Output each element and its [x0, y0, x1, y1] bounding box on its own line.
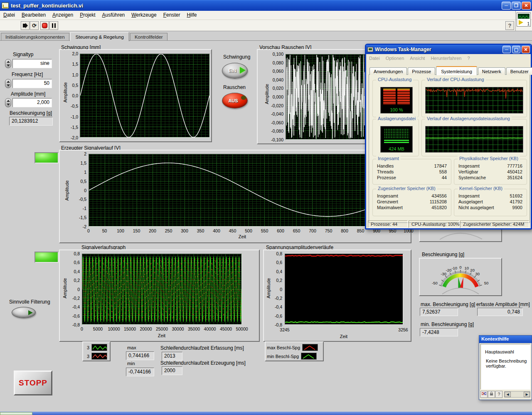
rauschen-switch[interactable]: AUS — [222, 93, 248, 109]
amplitude-stepper[interactable] — [5, 98, 11, 107]
pagefile-meter-bars — [384, 140, 409, 143]
menubar-item-6[interactable]: Fenster — [160, 11, 184, 20]
commit-memory-group: Zugesicherter Speicher (KB) Insgesamt434… — [372, 189, 451, 216]
wire-help-icon[interactable] — [480, 391, 488, 398]
menubar-item-5[interactable]: Werkzeuge — [128, 11, 160, 20]
pause-icon — [52, 23, 56, 28]
menubar-item-1[interactable]: Bearbeiten — [18, 11, 49, 20]
tm-statusbar-item-1: CPU-Auslastung: 100% — [409, 220, 459, 228]
y-tick-label: 0,6 — [74, 260, 80, 265]
tm-tabs-item-3[interactable]: Netzwerk — [478, 67, 505, 75]
abort-button[interactable] — [40, 21, 49, 30]
menubar-item-3[interactable]: Projekt — [76, 11, 99, 20]
tm-menubar-item-2[interactable]: Ansicht — [407, 55, 428, 62]
stat-row: Insgesamt51692 — [454, 193, 527, 199]
gauge-title: Beschleunigung [g] — [422, 252, 464, 257]
green-wave-icon[interactable] — [91, 344, 107, 351]
max-beschleunigung-label: max. Beschleunigung [g] — [421, 301, 475, 307]
tm-close-button[interactable]: ✕ — [522, 46, 530, 53]
y-tick-label: -0,4 — [275, 304, 282, 309]
y-tick-label: -1 — [83, 206, 86, 211]
red-wave-icon[interactable] — [91, 353, 107, 360]
y-axis-ticks: 0,80,60,40,20-0,2-0,4-0,6-0,8 — [268, 254, 283, 325]
tm-tabs-item-0[interactable]: Anwendungen — [369, 67, 407, 75]
x-tick-label: 300 — [181, 228, 188, 233]
stat-row: Handles17847 — [373, 163, 451, 169]
y-tick-label: -0,8 — [72, 322, 80, 327]
scroll-left-icon[interactable]: ◀ — [505, 392, 511, 397]
tm-tabs-item-1[interactable]: Prozesse — [408, 67, 435, 75]
y-tick-label: -0,2 — [275, 296, 282, 301]
stat-value: 351624 — [507, 175, 522, 180]
tm-menubar-item-1[interactable]: Optionen — [383, 55, 407, 62]
kontexthilfe-titlebar[interactable]: Kontexthilfe — [479, 336, 532, 343]
vi-icon-arrow — [519, 20, 523, 25]
tm-minimize-button[interactable]: ─ — [502, 46, 511, 53]
menubar-item-4[interactable]: Ausführen — [99, 11, 128, 20]
page-tabs-item-1[interactable]: Steuerung & Regelung — [70, 32, 129, 41]
frequenz-input[interactable]: 50 — [12, 79, 52, 88]
x-tick-label: 850 — [357, 228, 365, 233]
page-tabs-item-2[interactable]: Kontrollfelder — [130, 33, 167, 41]
signaltyp-input[interactable]: sine — [12, 59, 52, 68]
y-tick-label: 1 — [84, 170, 86, 175]
kontexthilfe-scrollbar[interactable]: ◀ ▶ — [504, 391, 530, 398]
y-tick-label: -0,080 — [271, 128, 283, 133]
kernel-memory-group-title: Kernel-Speicher (KB) — [458, 186, 504, 191]
toolbar: ⟳ ? — [0, 20, 532, 31]
restore-button[interactable]: ❐ — [512, 2, 521, 10]
pause-button[interactable] — [49, 21, 58, 30]
tm-maximize-button[interactable]: ▢ — [512, 46, 520, 53]
tm-tabs-item-2[interactable]: Systemleistung — [436, 66, 477, 75]
y-tick-label: 0,020 — [273, 86, 283, 91]
stat-key: Handles — [377, 163, 394, 168]
legend-row: 3 — [84, 352, 108, 361]
filter-toggle[interactable] — [12, 307, 36, 318]
x-tick-label: 35000 — [188, 326, 200, 331]
y-tick-label: 0 — [77, 287, 80, 292]
start-button[interactable] — [0, 412, 32, 415]
minimize-button[interactable]: ─ — [502, 2, 511, 10]
tm-menubar-item-0[interactable]: Datei — [366, 55, 383, 62]
context-help-button[interactable]: ? — [505, 21, 514, 30]
stat-key: Ausgelagert — [458, 199, 483, 204]
page-tabs-item-0[interactable]: Initialisierungskomponenten — [1, 33, 69, 41]
frequenz-stepper[interactable] — [5, 79, 11, 88]
menubar-item-7[interactable]: Hilfe — [183, 11, 200, 20]
schwingung-switch[interactable]: EIN — [222, 63, 248, 79]
windows-taskbar[interactable] — [0, 412, 532, 415]
min-display: -0,744166 — [126, 368, 154, 376]
x-tick-label: 400 — [213, 228, 220, 233]
cpu-usage-value: 100 % — [381, 107, 412, 112]
vi-icon[interactable]: 1 — [517, 12, 531, 27]
tm-tabs-item-4[interactable]: Benutzer — [506, 67, 532, 75]
plot-signalverlauf — [82, 254, 242, 325]
y-axis-ticks: 0,80,60,40,20-0,2-0,4-0,6-0,8 — [65, 254, 81, 325]
schwingung-switch-label: Schwingung — [223, 54, 250, 60]
schwingung-switch-state: EIN — [229, 68, 236, 73]
question-icon[interactable]: ? — [495, 391, 502, 398]
run-button[interactable] — [21, 21, 30, 30]
run-continuous-button[interactable]: ⟳ — [30, 21, 39, 30]
y-tick-label: 0,2 — [276, 278, 282, 283]
lock-icon[interactable] — [488, 391, 495, 398]
erzeugter-led-indicator — [34, 152, 59, 163]
menubar-item-0[interactable]: Datei — [0, 11, 18, 20]
amplitude-input[interactable]: 2,000 — [12, 98, 52, 107]
plot-spannung — [285, 254, 403, 325]
scroll-right-icon[interactable]: ▶ — [524, 392, 530, 397]
green-caret-icon[interactable] — [301, 353, 317, 360]
tm-menubar-item-4[interactable]: ? — [464, 55, 473, 62]
svg-text:-20: -20 — [446, 268, 451, 272]
stopp-button[interactable]: STOPP — [14, 371, 52, 395]
stat-key: Insgesamt — [377, 193, 398, 198]
legend-label: 3 — [84, 354, 89, 359]
signaltyp-stepper[interactable] — [5, 59, 11, 68]
y-tick-label: -0,6 — [72, 314, 80, 319]
menubar-item-2[interactable]: Anzeigen — [49, 11, 76, 20]
close-button[interactable]: ✕ — [522, 2, 531, 10]
red-caret-icon[interactable] — [302, 344, 318, 351]
x-tick-label: 15000 — [124, 326, 136, 331]
tm-menubar-item-3[interactable]: Herunterfahren — [428, 55, 464, 62]
switch-on-arrow-icon — [240, 67, 246, 74]
